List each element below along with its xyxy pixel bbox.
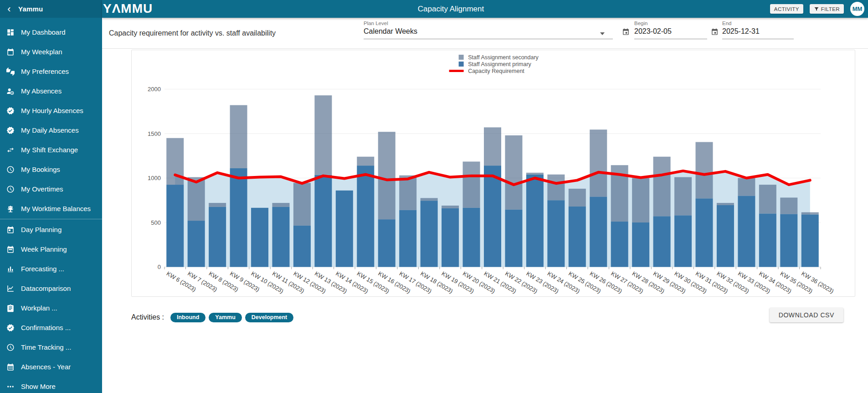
activity-chip-development[interactable]: Development xyxy=(245,313,294,322)
plan-level-value: Calendar Weeks xyxy=(364,27,613,36)
sidebar-item-label: Absences - Year xyxy=(21,363,71,371)
begin-value[interactable]: 2023-02-05 xyxy=(634,27,707,36)
filter-button[interactable]: FILTER xyxy=(810,4,844,14)
end-date-field[interactable]: End 2025-12-31 xyxy=(722,21,794,39)
clock-icon xyxy=(6,343,15,352)
calendar-grid-icon xyxy=(6,363,15,371)
chart-toolbar: Capacity requirement for activity vs. st… xyxy=(102,18,868,49)
clock-icon xyxy=(6,185,15,193)
capacity-chart[interactable]: 0500100015002000KW 6 (2023)KW 7 (2023)KW… xyxy=(132,50,855,296)
chevron-down-icon xyxy=(600,32,605,35)
plan-level-select[interactable]: Plan Level Calendar Weeks xyxy=(364,21,613,39)
legend-label: Capacity Requirement xyxy=(468,68,524,74)
legend-entry: Staff Assignment primary xyxy=(448,61,539,67)
back-chevron-icon[interactable]: ‹ xyxy=(0,1,18,17)
sidebar-item-label: My Dashboard xyxy=(21,28,66,36)
begin-underline xyxy=(634,39,707,39)
sidebar-item-week-planning[interactable]: Week Planning xyxy=(0,239,102,259)
sidebar-item-label: My Daily Absences xyxy=(21,126,79,134)
svg-text:1500: 1500 xyxy=(148,130,161,137)
content-area: Staff Assignment secondaryStaff Assignme… xyxy=(102,49,868,393)
legend-label: Staff Assignment primary xyxy=(468,61,531,67)
activity-chip-inbound[interactable]: Inbound xyxy=(170,313,205,322)
clock-icon xyxy=(6,165,15,174)
sidebar-item-my-overtimes[interactable]: My Overtimes xyxy=(0,179,102,199)
sidebar-item-my-shift-exchange[interactable]: My Shift Exchange xyxy=(0,140,102,160)
calendar-icon[interactable] xyxy=(711,28,719,36)
sidebar-item-day-planning[interactable]: Day Planning xyxy=(0,220,102,239)
sidebar-item-my-daily-absences[interactable]: My Daily Absences xyxy=(0,120,102,140)
sidebar-item-my-dashboard[interactable]: My Dashboard xyxy=(0,22,102,42)
activity-button[interactable]: ACTIVITY xyxy=(770,4,803,14)
end-label: End xyxy=(722,21,794,26)
legend-square-marker xyxy=(458,55,463,60)
dots-icon xyxy=(6,383,15,391)
end-underline xyxy=(722,39,794,39)
sidebar-item-my-hourly-absences[interactable]: My Hourly Absences xyxy=(0,101,102,120)
calendar-icon[interactable] xyxy=(622,28,630,36)
badge-check-icon xyxy=(6,324,15,332)
select-underline xyxy=(364,39,613,39)
sidebar-item-label: My Weekplan xyxy=(21,48,62,56)
legend-square-marker xyxy=(458,62,463,67)
legend-label: Staff Assignment secondary xyxy=(468,54,539,61)
sidebar-item-my-preferences[interactable]: My Preferences xyxy=(0,62,102,81)
chart-headline: Capacity requirement for activity vs. st… xyxy=(109,29,276,37)
sidebar-item-workplan[interactable]: Workplan ... xyxy=(0,298,102,318)
funnel-icon xyxy=(814,6,819,12)
sidebar-item-show-more[interactable]: Show More xyxy=(0,377,102,393)
avatar[interactable]: MM xyxy=(850,2,864,16)
begin-date-field[interactable]: Begin 2023-02-05 xyxy=(634,21,707,39)
sidebar-item-label: Time Tracking ... xyxy=(21,343,71,351)
sidebar-header: ‹ Yammu xyxy=(0,0,102,18)
sidebar-item-my-weekplan[interactable]: My Weekplan xyxy=(0,42,102,62)
sidebar-item-label: My Hourly Absences xyxy=(21,107,83,114)
calendar-icon xyxy=(6,48,15,56)
calendar-day-icon xyxy=(6,226,15,234)
sidebar-title: Yammu xyxy=(18,5,43,13)
download-csv-button[interactable]: DOWNLOAD CSV xyxy=(770,308,843,322)
sidebar-item-label: My Bookings xyxy=(21,165,60,173)
svg-text:500: 500 xyxy=(151,219,161,226)
sidebar-divider xyxy=(0,219,102,219)
chart-legend: Staff Assignment secondaryStaff Assignme… xyxy=(448,54,539,74)
sidebar-item-forecasting[interactable]: Forecasting ... xyxy=(0,259,102,279)
sidebar-item-label: My Preferences xyxy=(21,67,69,75)
sidebar-item-label: My Overtimes xyxy=(21,185,63,193)
begin-label: Begin xyxy=(634,21,707,26)
activities-label: Activities : xyxy=(131,313,164,321)
sidebar-item-absences-year[interactable]: Absences - Year xyxy=(0,357,102,377)
sidebar-item-label: Workplan ... xyxy=(21,304,57,312)
activity-chips: InboundYammuDevelopment xyxy=(170,313,297,322)
badge-check-icon xyxy=(6,126,15,134)
sidebar-item-label: Datacomparison xyxy=(21,284,71,292)
yammu-logo: YΛMMU xyxy=(103,1,153,16)
swap-icon xyxy=(6,146,15,154)
end-value[interactable]: 2025-12-31 xyxy=(722,27,794,36)
sidebar-item-label: Confirmations ... xyxy=(21,324,71,331)
svg-text:2000: 2000 xyxy=(148,86,161,93)
sidebar-item-time-tracking[interactable]: Time Tracking ... xyxy=(0,337,102,357)
activity-chip-yammu[interactable]: Yammu xyxy=(209,313,241,322)
sidebar-item-my-worktime-balances[interactable]: My Worktime Balances xyxy=(0,199,102,218)
calendar-week-icon xyxy=(6,245,15,253)
sidebar-item-datacomparison[interactable]: Datacomparison xyxy=(0,279,102,298)
sidebar: ‹ Yammu My Dashboard My Weekplan My Pref… xyxy=(0,0,102,393)
sidebar-item-my-absences[interactable]: My Absences xyxy=(0,81,102,101)
sidebar-item-label: Forecasting ... xyxy=(21,265,64,273)
badge-check-icon xyxy=(6,107,15,115)
legend-entry: Capacity Requirement xyxy=(448,67,539,74)
thumbs-icon xyxy=(6,67,15,76)
sidebar-item-label: My Worktime Balances xyxy=(21,205,91,212)
app-bar: YΛMMU Capacity Alignment ACTIVITY FILTER… xyxy=(102,0,868,18)
person-clock-icon xyxy=(6,87,15,95)
sidebar-item-my-bookings[interactable]: My Bookings xyxy=(0,160,102,179)
sidebar-item-label: My Shift Exchange xyxy=(21,146,78,154)
sidebar-item-confirmations[interactable]: Confirmations ... xyxy=(0,318,102,337)
svg-text:1000: 1000 xyxy=(148,175,161,181)
page-title: Capacity Alignment xyxy=(102,5,868,14)
activities-row: Activities : InboundYammuDevelopment DOW… xyxy=(131,310,843,325)
sidebar-item-label: Week Planning xyxy=(21,245,67,253)
sidebar-item-label: Show More xyxy=(21,383,56,390)
dashboard-icon xyxy=(6,28,15,36)
